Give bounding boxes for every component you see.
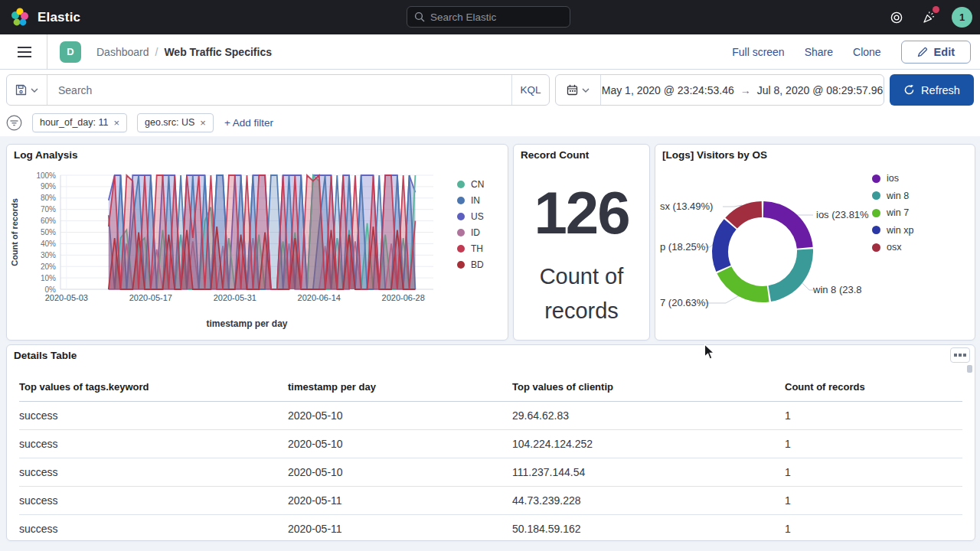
legend-label: IN <box>471 195 480 206</box>
table-cell: 104.224.124.252 <box>512 430 785 458</box>
legend-label: win 8 <box>887 191 909 201</box>
legend-dot-icon <box>872 209 880 217</box>
table-cell: 2020-05-10 <box>288 402 512 430</box>
remove-filter-icon[interactable]: × <box>113 117 119 129</box>
svg-text:100%: 100% <box>36 171 56 180</box>
table-row: success2020-05-1144.73.239.2281 <box>19 487 962 515</box>
metric-label: Count of records <box>514 259 649 328</box>
table-cell: success <box>19 487 288 515</box>
log-analysis-area-chart[interactable]: 100%90%80%70%60%50%40%30%20%10%0%2020-05… <box>7 145 451 332</box>
page-title: Web Traffic Specifics <box>164 46 272 58</box>
refresh-button[interactable]: Refresh <box>890 74 974 106</box>
global-search-input[interactable]: Search Elastic <box>407 6 570 28</box>
table-row: success2020-05-1029.64.62.831 <box>19 402 962 430</box>
svg-text:0%: 0% <box>45 285 57 294</box>
donut-callout-label: p (18.25%) <box>660 241 709 253</box>
legend-item-ios[interactable]: ios <box>872 170 913 187</box>
panel-title-record-count[interactable]: Record Count <box>521 149 589 161</box>
global-search-placeholder: Search Elastic <box>430 11 496 23</box>
filter-bar: hour_of_day: 11 × geo.src: US × + Add fi… <box>0 112 273 133</box>
panel-log-analysis: Log Analysis 100%90%80%70%60%50%40%30%20… <box>6 144 508 341</box>
chevron-down-icon <box>31 88 38 93</box>
table-cell: 1 <box>785 430 962 458</box>
help-button[interactable] <box>887 8 906 27</box>
table-column-header[interactable]: timestamp per day <box>288 374 512 402</box>
table-cell: 2020-05-11 <box>288 487 512 515</box>
legend-item-osx[interactable]: osx <box>872 239 913 256</box>
legend-item-TH[interactable]: TH <box>457 240 484 256</box>
dashboard-grid: Log Analysis 100%90%80%70%60%50%40%30%20… <box>0 136 980 551</box>
log-analysis-legend: CNINUSIDTHBD <box>457 176 484 272</box>
table-scrollbar-thumb[interactable] <box>967 365 972 373</box>
donut-slice-win-8[interactable] <box>769 249 813 302</box>
table-row: success2020-05-10111.237.144.541 <box>19 458 962 487</box>
legend-dot-icon <box>457 245 465 253</box>
table-column-header[interactable]: Count of records <box>785 374 962 402</box>
save-icon <box>15 84 27 96</box>
legend-item-US[interactable]: US <box>457 208 484 224</box>
space-avatar[interactable]: D <box>60 41 81 63</box>
filter-pill-hour-of-day[interactable]: hour_of_day: 11 × <box>32 113 127 132</box>
filter-pill-geo-src[interactable]: geo.src: US × <box>137 113 214 132</box>
legend-item-CN[interactable]: CN <box>457 176 484 192</box>
legend-dot-icon <box>457 213 465 220</box>
global-nav-bar: Elastic Search Elastic 1 <box>0 0 980 34</box>
panel-title-log-analysis[interactable]: Log Analysis <box>14 149 78 161</box>
date-range-end[interactable]: Jul 8, 2020 @ 08:29:57.96 <box>757 84 883 96</box>
donut-slice-win-xp[interactable] <box>712 219 737 272</box>
svg-text:50%: 50% <box>41 228 56 236</box>
breadcrumb-dashboard-link[interactable]: Dashboard <box>96 46 149 58</box>
full-screen-link[interactable]: Full screen <box>732 46 784 58</box>
elastic-logo <box>9 7 30 28</box>
date-range-start[interactable]: May 1, 2020 @ 23:24:53.46 <box>602 84 734 96</box>
svg-text:40%: 40% <box>41 240 56 248</box>
legend-label: win xp <box>887 225 913 236</box>
clone-link[interactable]: Clone <box>853 46 881 58</box>
legend-label: US <box>471 211 484 222</box>
legend-item-win-8[interactable]: win 8 <box>872 187 913 205</box>
donut-slice-ios[interactable] <box>763 201 813 249</box>
table-row: success2020-05-1150.184.59.1621 <box>19 515 962 542</box>
svg-text:2020-05-17: 2020-05-17 <box>129 293 172 302</box>
legend-label: CN <box>471 179 484 190</box>
legend-item-ID[interactable]: ID <box>457 224 484 240</box>
date-quick-menu-button[interactable] <box>556 75 601 105</box>
remove-filter-icon[interactable]: × <box>200 117 206 129</box>
brand[interactable]: Elastic <box>9 7 80 28</box>
donut-slice-osx[interactable] <box>725 201 762 229</box>
donut-slice-win-7[interactable] <box>717 266 769 302</box>
edit-button[interactable]: Edit <box>901 41 971 64</box>
date-picker-group: May 1, 2020 @ 23:24:53.46 → Jul 8, 2020 … <box>555 74 884 106</box>
legend-dot-icon <box>872 191 880 200</box>
panel-title-details-table[interactable]: Details Table <box>14 350 77 361</box>
legend-item-BD[interactable]: BD <box>457 256 484 272</box>
panel-options-button[interactable] <box>950 347 970 363</box>
user-avatar[interactable]: 1 <box>952 7 972 28</box>
legend-dot-icon <box>457 181 465 188</box>
saved-query-menu-button[interactable] <box>7 75 47 105</box>
donut-callout-label: 7 (20.63%) <box>660 297 709 308</box>
svg-text:70%: 70% <box>41 205 56 214</box>
svg-text:2020-05-03: 2020-05-03 <box>45 293 88 302</box>
search-input[interactable] <box>47 75 511 105</box>
header-divider <box>47 34 47 69</box>
legend-item-win-7[interactable]: win 7 <box>872 204 913 222</box>
legend-item-IN[interactable]: IN <box>457 192 484 208</box>
filter-options-button[interactable] <box>6 115 22 131</box>
add-filter-link[interactable]: + Add filter <box>224 117 273 129</box>
legend-item-win-xp[interactable]: win xp <box>872 222 913 240</box>
table-cell: success <box>19 515 288 542</box>
svg-text:2020-06-28: 2020-06-28 <box>382 293 425 302</box>
table-column-header[interactable]: Top values of clientip <box>512 374 785 402</box>
share-link[interactable]: Share <box>805 46 833 58</box>
main-menu-button[interactable] <box>13 42 36 62</box>
newsfeed-button[interactable] <box>920 8 938 27</box>
table-column-header[interactable]: Top values of tags.keyword <box>19 374 288 402</box>
legend-label: win 7 <box>887 207 909 218</box>
kql-toggle-button[interactable]: KQL <box>511 75 549 105</box>
panel-visitors-by-os: [Logs] Visitors by OS ioswin 8win 7win x… <box>655 144 975 341</box>
date-range-arrow: → <box>740 84 751 96</box>
svg-text:10%: 10% <box>41 274 56 282</box>
table-cell: success <box>19 402 288 430</box>
table-cell: 2020-05-10 <box>288 430 512 458</box>
